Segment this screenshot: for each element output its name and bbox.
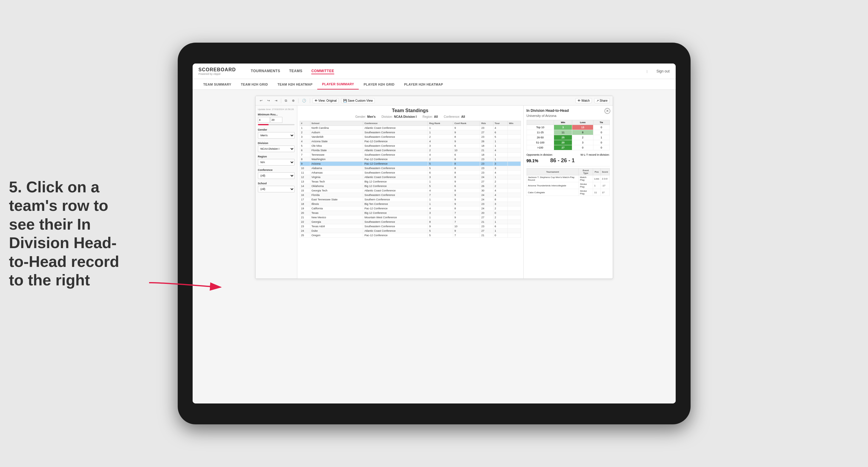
table-row[interactable]: 17 East Tennessee State Southern Confere… (300, 197, 521, 202)
cell-conf: Southeastern Conference (363, 135, 428, 139)
t-name: Arizona Thunderbirds Intercollegiate (527, 182, 579, 189)
share-btn[interactable]: ↗ Share (594, 98, 610, 103)
t-score: -17 (600, 182, 610, 189)
table-row[interactable]: 6 Florida State Atlantic Coast Conferenc… (300, 148, 521, 153)
paste-btn[interactable]: ⊕ (291, 98, 296, 103)
cell-conf: Big Ten Conference (363, 202, 428, 206)
watch-btn[interactable]: 👁 Watch (576, 98, 592, 103)
table-row[interactable]: 4 Arizona State Pac-12 Conference 4 9 26… (300, 139, 521, 144)
opponents-label: Opponents in division: (527, 153, 553, 156)
cell-win (507, 148, 521, 153)
table-row[interactable]: 20 Texas Big 12 Conference 3 7 20 0 (300, 211, 521, 215)
h2h-row: 51-100 20 3 0 (527, 140, 610, 145)
clock-btn[interactable]: 🕐 (301, 98, 307, 103)
conference-select[interactable]: (All) (258, 173, 294, 179)
save-custom-btn[interactable]: 💾 Save Custom View (341, 98, 375, 103)
table-row[interactable]: 8 Washington Pac-12 Conference 2 8 23 1 (300, 157, 521, 162)
sub-nav-player-h2h-heatmap[interactable]: PLAYER H2H HEATMAP (399, 80, 448, 89)
cell-rds: 23 (480, 170, 493, 175)
nav-tournaments[interactable]: TOURNAMENTS (251, 68, 280, 74)
cell-win (507, 175, 521, 180)
cell-conf: Pac-12 Conference (363, 206, 428, 211)
cell-confrank: 8 (453, 166, 480, 170)
cell-rank: 15 (300, 188, 310, 193)
table-row[interactable]: 7 Tennessee Southeastern Conference 4 6 … (300, 153, 521, 157)
table-row[interactable]: 16 Florida Southeastern Conference 7 9 2… (300, 193, 521, 197)
table-row[interactable]: 11 Arkansas Southeastern Conference 6 8 … (300, 170, 521, 175)
table-row[interactable]: 25 Oregon Pac-12 Conference 5 7 21 0 (300, 233, 521, 238)
sub-nav-h2h-grid[interactable]: TEAM H2H GRID (236, 80, 273, 89)
sub-nav-player-summary[interactable]: PLAYER SUMMARY (317, 79, 359, 90)
table-row[interactable]: 18 Illinois Big Ten Conference 1 9 23 3 (300, 202, 521, 206)
save-icon: 💾 (343, 99, 347, 102)
nav-committee[interactable]: COMMITTEE (311, 68, 334, 74)
cell-tour: 1 (493, 139, 507, 144)
meta-gender-value: Men's (367, 115, 376, 118)
table-row[interactable]: 1 North Carolina Atlantic Coast Conferen… (300, 126, 521, 130)
right-toolbar: 👁 Watch ↗ Share (576, 98, 610, 103)
meta-gender: Gender: Men's (355, 115, 375, 118)
forward-btn[interactable]: ⇥ (273, 98, 279, 103)
view-original-btn[interactable]: 👁 View: Original (312, 98, 339, 103)
table-row[interactable]: 5 Ole Miss Southeastern Conference 3 6 1… (300, 144, 521, 148)
sub-nav-h2h-heatmap[interactable]: TEAM H2H HEATMAP (273, 80, 317, 89)
max-rounds-input[interactable] (271, 117, 282, 123)
table-row[interactable]: 9 Arizona Pac-12 Conference 5 8 23 3 (300, 162, 521, 166)
table-row[interactable]: 10 Alabama Southeastern Conference 5 8 2… (300, 166, 521, 170)
cell-conf: Atlantic Coast Conference (363, 126, 428, 130)
gender-select[interactable]: Men's (258, 132, 294, 139)
h2h-row: Top 10 3 13 0 (527, 125, 610, 130)
cell-confrank: 7 (453, 211, 480, 215)
table-row[interactable]: 2 Auburn Southeastern Conference 1 9 27 … (300, 130, 521, 135)
h2h-body: Top 10 3 13 0 11-25 11 8 0 26-50 25 2 1 … (527, 125, 610, 150)
h2h-table-head: Win Loss Tie (527, 120, 610, 125)
school-select[interactable]: (All) (258, 186, 294, 192)
copy-btn[interactable]: ⧉ (284, 98, 288, 103)
table-row[interactable]: 12 Virginia Atlantic Coast Conference 3 … (300, 175, 521, 180)
cell-rank: 21 (300, 215, 310, 220)
undo-btn[interactable]: ↩ (258, 98, 264, 103)
table-row[interactable]: 15 Georgia Tech Atlantic Coast Conferenc… (300, 188, 521, 193)
cell-conf: Southeastern Conference (363, 166, 428, 170)
division-select[interactable]: NCAA Division I (258, 146, 294, 152)
col-regrank: Reg Rank (428, 121, 453, 126)
h2h-row: 11-25 11 8 0 (527, 130, 610, 135)
sub-nav-player-h2h-grid[interactable]: PLAYER H2H GRID (359, 80, 399, 89)
h2h-panel: ✕ In Division Head-to-Head University of… (523, 105, 613, 279)
rounds-slider[interactable] (258, 124, 294, 125)
cell-conf: Pac-12 Conference (363, 233, 428, 238)
meta-region: Region: All (423, 115, 438, 118)
sub-nav-team-summary[interactable]: TEAM SUMMARY (198, 80, 236, 89)
redo-btn[interactable]: ↪ (266, 98, 271, 103)
h2h-close-btn[interactable]: ✕ (604, 108, 610, 114)
nav-teams[interactable]: TEAMS (289, 68, 303, 74)
table-row[interactable]: 21 New Mexico Mountain West Conference 1… (300, 215, 521, 220)
cell-school: Arkansas (310, 170, 363, 175)
table-row[interactable]: 13 Texas Tech Big 12 Conference 1 9 27 2 (300, 180, 521, 184)
cell-school: East Tennessee State (310, 197, 363, 202)
h2h-title: In Division Head-to-Head (527, 108, 610, 113)
cell-rank: 19 (300, 206, 310, 211)
table-row[interactable]: 19 California Pac-12 Conference 4 8 24 2 (300, 206, 521, 211)
nav-items: TOURNAMENTS TEAMS COMMITTEE (251, 68, 638, 74)
cell-confrank: 8 (453, 162, 480, 166)
table-row[interactable]: 3 Vanderbilt Southeastern Conference 2 8… (300, 135, 521, 139)
cell-rds: 26 (480, 139, 493, 144)
min-rounds-input[interactable] (258, 117, 270, 123)
cell-school: Arizona (310, 162, 363, 166)
cell-confrank: 8 (453, 157, 480, 162)
meta-region-label: Region: (423, 115, 433, 118)
table-row[interactable]: 24 Duke Atlantic Coast Conference 5 9 27… (300, 229, 521, 233)
table-row[interactable]: 23 Texas A&M Southeastern Conference 9 1… (300, 224, 521, 229)
cell-tour: 1 (493, 229, 507, 233)
standings-body: 1 North Carolina Atlantic Coast Conferen… (300, 126, 521, 238)
table-row[interactable]: 22 Georgia Southeastern Conference 8 7 2… (300, 220, 521, 224)
cell-school: Georgia (310, 220, 363, 224)
cell-confrank: 8 (453, 175, 480, 180)
cell-win (507, 139, 521, 144)
cell-confrank: 9 (453, 126, 480, 130)
table-row[interactable]: 14 Oklahoma Big 12 Conference 5 6 26 2 (300, 184, 521, 188)
cell-conf: Big 12 Conference (363, 211, 428, 215)
region-select[interactable]: N/A (258, 159, 294, 165)
sign-out-link[interactable]: Sign out (656, 69, 670, 73)
